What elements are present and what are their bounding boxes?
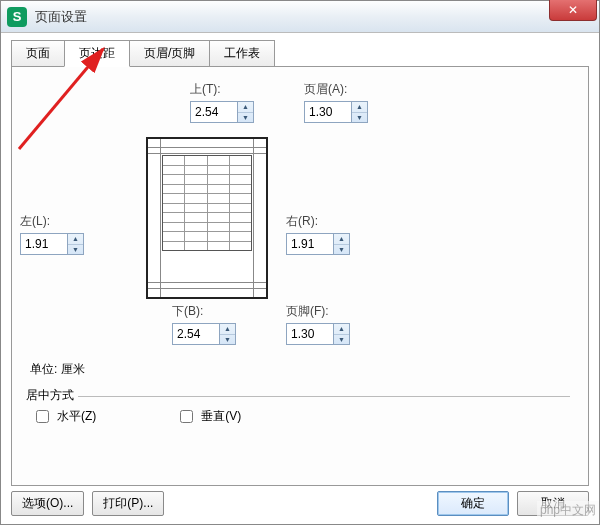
spin-down-icon[interactable]: ▼ xyxy=(352,113,367,123)
header-spin-buttons[interactable]: ▲▼ xyxy=(352,101,368,123)
top-margin-spin-buttons[interactable]: ▲▼ xyxy=(238,101,254,123)
right-margin-spinner[interactable]: ▲▼ xyxy=(286,233,354,255)
footer-spin-buttons[interactable]: ▲▼ xyxy=(334,323,350,345)
tab-margins[interactable]: 页边距 xyxy=(64,40,130,67)
page-preview xyxy=(146,137,268,299)
header-label: 页眉(A): xyxy=(304,81,372,98)
center-horizontal-checkbox[interactable] xyxy=(36,410,49,423)
spin-up-icon[interactable]: ▲ xyxy=(238,102,253,113)
center-horizontal-label: 水平(Z) xyxy=(57,408,96,425)
left-margin-input[interactable] xyxy=(20,233,68,255)
unit-label: 单位: 厘米 xyxy=(30,361,85,378)
left-margin-spinner[interactable]: ▲▼ xyxy=(20,233,88,255)
center-vertical-label: 垂直(V) xyxy=(201,408,241,425)
spin-up-icon[interactable]: ▲ xyxy=(68,234,83,245)
spin-up-icon[interactable]: ▲ xyxy=(334,234,349,245)
footer-spinner[interactable]: ▲▼ xyxy=(286,323,354,345)
center-vertical[interactable]: 垂直(V) xyxy=(176,407,241,426)
options-button[interactable]: 选项(O)... xyxy=(11,491,84,516)
app-icon: S xyxy=(7,7,27,27)
dialog-window: S 页面设置 ✕ 页面 页边距 页眉/页脚 工作表 上(T): xyxy=(0,0,600,525)
spin-down-icon[interactable]: ▼ xyxy=(334,335,349,345)
center-group: 居中方式 水平(Z) 垂直(V) xyxy=(22,387,570,426)
close-icon: ✕ xyxy=(568,3,578,17)
watermark: php中文网 xyxy=(537,501,599,520)
bottom-margin-spin-buttons[interactable]: ▲▼ xyxy=(220,323,236,345)
center-vertical-checkbox[interactable] xyxy=(180,410,193,423)
spin-down-icon[interactable]: ▼ xyxy=(334,245,349,255)
tab-header-footer[interactable]: 页眉/页脚 xyxy=(129,40,210,67)
close-button[interactable]: ✕ xyxy=(549,0,597,21)
header-spinner[interactable]: ▲▼ xyxy=(304,101,372,123)
right-margin-input[interactable] xyxy=(286,233,334,255)
spin-up-icon[interactable]: ▲ xyxy=(220,324,235,335)
right-margin-label: 右(R): xyxy=(286,213,354,230)
ok-button[interactable]: 确定 xyxy=(437,491,509,516)
center-horizontal[interactable]: 水平(Z) xyxy=(32,407,96,426)
top-margin-spinner[interactable]: ▲▼ xyxy=(190,101,258,123)
spin-up-icon[interactable]: ▲ xyxy=(352,102,367,113)
tab-strip: 页面 页边距 页眉/页脚 工作表 xyxy=(11,40,589,67)
title-bar[interactable]: S 页面设置 ✕ xyxy=(1,1,599,33)
top-margin-input[interactable] xyxy=(190,101,238,123)
panel-margins: 上(T): ▲▼ 页眉(A): ▲▼ 左(L): xyxy=(11,66,589,486)
left-margin-spin-buttons[interactable]: ▲▼ xyxy=(68,233,84,255)
top-margin-label: 上(T): xyxy=(190,81,258,98)
bottom-margin-label: 下(B): xyxy=(172,303,240,320)
tab-page[interactable]: 页面 xyxy=(11,40,65,67)
window-title: 页面设置 xyxy=(35,8,87,26)
center-legend: 居中方式 xyxy=(22,388,78,402)
right-margin-spin-buttons[interactable]: ▲▼ xyxy=(334,233,350,255)
left-margin-label: 左(L): xyxy=(20,213,88,230)
spin-up-icon[interactable]: ▲ xyxy=(334,324,349,335)
spin-down-icon[interactable]: ▼ xyxy=(220,335,235,345)
header-input[interactable] xyxy=(304,101,352,123)
footer-label: 页脚(F): xyxy=(286,303,354,320)
spin-down-icon[interactable]: ▼ xyxy=(238,113,253,123)
spin-down-icon[interactable]: ▼ xyxy=(68,245,83,255)
button-bar: 选项(O)... 打印(P)... 确定 取消 xyxy=(11,491,589,516)
tab-sheet[interactable]: 工作表 xyxy=(209,40,275,67)
footer-input[interactable] xyxy=(286,323,334,345)
bottom-margin-spinner[interactable]: ▲▼ xyxy=(172,323,240,345)
print-button[interactable]: 打印(P)... xyxy=(92,491,164,516)
bottom-margin-input[interactable] xyxy=(172,323,220,345)
